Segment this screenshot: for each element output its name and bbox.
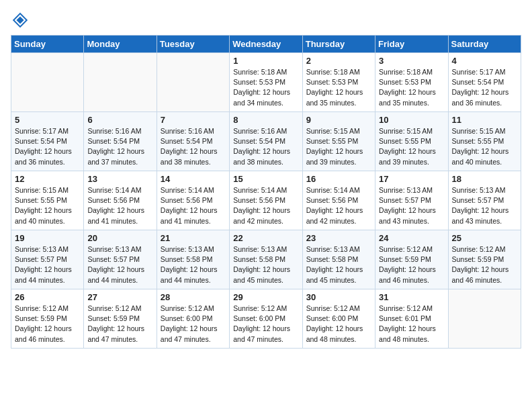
day-number: 5	[15, 115, 80, 125]
calendar-table: SundayMondayTuesdayWednesdayThursdayFrid…	[11, 35, 521, 349]
calendar-cell: 26Sunrise: 5:12 AM Sunset: 5:59 PM Dayli…	[11, 289, 84, 349]
logo	[11, 11, 32, 30]
day-info: Sunrise: 5:12 AM Sunset: 6:00 PM Dayligh…	[233, 304, 298, 345]
day-info: Sunrise: 5:17 AM Sunset: 5:54 PM Dayligh…	[15, 126, 80, 167]
day-info: Sunrise: 5:15 AM Sunset: 5:55 PM Dayligh…	[379, 126, 444, 167]
calendar-week-row: 5Sunrise: 5:17 AM Sunset: 5:54 PM Daylig…	[11, 112, 521, 171]
day-number: 14	[161, 174, 226, 184]
day-number: 24	[379, 233, 444, 243]
day-number: 17	[379, 174, 444, 184]
day-info: Sunrise: 5:13 AM Sunset: 5:57 PM Dayligh…	[87, 244, 152, 285]
day-info: Sunrise: 5:18 AM Sunset: 5:53 PM Dayligh…	[379, 67, 444, 108]
calendar-cell: 3Sunrise: 5:18 AM Sunset: 5:53 PM Daylig…	[375, 53, 448, 112]
day-number: 8	[233, 115, 298, 125]
day-info: Sunrise: 5:12 AM Sunset: 6:00 PM Dayligh…	[161, 304, 226, 345]
day-number: 6	[87, 115, 152, 125]
day-info: Sunrise: 5:17 AM Sunset: 5:54 PM Dayligh…	[452, 67, 517, 108]
calendar-cell: 17Sunrise: 5:13 AM Sunset: 5:57 PM Dayli…	[375, 171, 448, 230]
calendar-cell: 22Sunrise: 5:13 AM Sunset: 5:58 PM Dayli…	[230, 230, 302, 289]
calendar-cell: 14Sunrise: 5:14 AM Sunset: 5:56 PM Dayli…	[157, 171, 229, 230]
calendar-cell: 31Sunrise: 5:12 AM Sunset: 6:01 PM Dayli…	[375, 289, 448, 349]
day-number: 13	[87, 174, 152, 184]
day-info: Sunrise: 5:12 AM Sunset: 5:59 PM Dayligh…	[87, 304, 152, 345]
day-number: 27	[87, 292, 152, 302]
day-info: Sunrise: 5:12 AM Sunset: 5:59 PM Dayligh…	[379, 244, 444, 285]
day-info: Sunrise: 5:12 AM Sunset: 6:00 PM Dayligh…	[306, 304, 371, 345]
calendar-cell	[84, 53, 157, 112]
calendar-week-row: 19Sunrise: 5:13 AM Sunset: 5:57 PM Dayli…	[11, 230, 521, 289]
day-info: Sunrise: 5:18 AM Sunset: 5:53 PM Dayligh…	[233, 67, 298, 108]
day-number: 19	[15, 233, 80, 243]
calendar-week-row: 12Sunrise: 5:15 AM Sunset: 5:55 PM Dayli…	[11, 171, 521, 230]
calendar-cell: 27Sunrise: 5:12 AM Sunset: 5:59 PM Dayli…	[84, 289, 157, 349]
day-info: Sunrise: 5:16 AM Sunset: 5:54 PM Dayligh…	[233, 126, 298, 167]
calendar-cell: 15Sunrise: 5:14 AM Sunset: 5:56 PM Dayli…	[230, 171, 302, 230]
day-number: 1	[233, 56, 298, 66]
calendar-header-row: SundayMondayTuesdayWednesdayThursdayFrid…	[11, 36, 521, 53]
day-number: 10	[379, 115, 444, 125]
calendar-cell: 25Sunrise: 5:12 AM Sunset: 5:59 PM Dayli…	[448, 230, 521, 289]
day-info: Sunrise: 5:13 AM Sunset: 5:58 PM Dayligh…	[306, 244, 371, 285]
calendar-cell: 28Sunrise: 5:12 AM Sunset: 6:00 PM Dayli…	[157, 289, 229, 349]
calendar-cell: 21Sunrise: 5:13 AM Sunset: 5:58 PM Dayli…	[157, 230, 229, 289]
calendar-cell: 13Sunrise: 5:14 AM Sunset: 5:56 PM Dayli…	[84, 171, 157, 230]
day-number: 29	[233, 292, 298, 302]
day-info: Sunrise: 5:18 AM Sunset: 5:53 PM Dayligh…	[306, 67, 371, 108]
day-info: Sunrise: 5:15 AM Sunset: 5:55 PM Dayligh…	[452, 126, 517, 167]
day-number: 12	[15, 174, 80, 184]
day-number: 21	[161, 233, 226, 243]
day-number: 28	[161, 292, 226, 302]
day-number: 20	[87, 233, 152, 243]
calendar-week-row: 26Sunrise: 5:12 AM Sunset: 5:59 PM Dayli…	[11, 289, 521, 349]
calendar-cell: 1Sunrise: 5:18 AM Sunset: 5:53 PM Daylig…	[230, 53, 302, 112]
calendar-cell: 6Sunrise: 5:16 AM Sunset: 5:54 PM Daylig…	[84, 112, 157, 171]
calendar-cell: 8Sunrise: 5:16 AM Sunset: 5:54 PM Daylig…	[230, 112, 302, 171]
day-number: 22	[233, 233, 298, 243]
day-info: Sunrise: 5:13 AM Sunset: 5:58 PM Dayligh…	[233, 244, 298, 285]
day-number: 15	[233, 174, 298, 184]
day-number: 2	[306, 56, 371, 66]
day-number: 26	[15, 292, 80, 302]
calendar-cell: 4Sunrise: 5:17 AM Sunset: 5:54 PM Daylig…	[448, 53, 521, 112]
calendar-cell	[448, 289, 521, 349]
calendar-cell	[11, 53, 84, 112]
calendar-day-header: Wednesday	[230, 36, 302, 53]
calendar-cell: 23Sunrise: 5:13 AM Sunset: 5:58 PM Dayli…	[302, 230, 375, 289]
day-number: 31	[379, 292, 444, 302]
calendar-cell: 19Sunrise: 5:13 AM Sunset: 5:57 PM Dayli…	[11, 230, 84, 289]
day-info: Sunrise: 5:16 AM Sunset: 5:54 PM Dayligh…	[161, 126, 226, 167]
calendar-day-header: Thursday	[302, 36, 375, 53]
calendar-cell: 12Sunrise: 5:15 AM Sunset: 5:55 PM Dayli…	[11, 171, 84, 230]
day-info: Sunrise: 5:13 AM Sunset: 5:57 PM Dayligh…	[379, 185, 444, 226]
page-header	[11, 11, 521, 30]
day-number: 18	[452, 174, 517, 184]
day-info: Sunrise: 5:13 AM Sunset: 5:57 PM Dayligh…	[15, 244, 80, 285]
calendar-cell: 16Sunrise: 5:14 AM Sunset: 5:56 PM Dayli…	[302, 171, 375, 230]
day-info: Sunrise: 5:12 AM Sunset: 6:01 PM Dayligh…	[379, 304, 444, 345]
day-number: 4	[452, 56, 517, 66]
day-info: Sunrise: 5:15 AM Sunset: 5:55 PM Dayligh…	[15, 185, 80, 226]
day-number: 16	[306, 174, 371, 184]
calendar-cell: 29Sunrise: 5:12 AM Sunset: 6:00 PM Dayli…	[230, 289, 302, 349]
day-info: Sunrise: 5:12 AM Sunset: 5:59 PM Dayligh…	[15, 304, 80, 345]
day-number: 7	[161, 115, 226, 125]
day-info: Sunrise: 5:14 AM Sunset: 5:56 PM Dayligh…	[87, 185, 152, 226]
calendar-day-header: Monday	[84, 36, 157, 53]
calendar-day-header: Tuesday	[157, 36, 229, 53]
calendar-cell: 18Sunrise: 5:13 AM Sunset: 5:57 PM Dayli…	[448, 171, 521, 230]
day-info: Sunrise: 5:14 AM Sunset: 5:56 PM Dayligh…	[233, 185, 298, 226]
day-info: Sunrise: 5:13 AM Sunset: 5:58 PM Dayligh…	[161, 244, 226, 285]
calendar-day-header: Saturday	[448, 36, 521, 53]
calendar-cell	[157, 53, 229, 112]
day-number: 23	[306, 233, 371, 243]
calendar-cell: 10Sunrise: 5:15 AM Sunset: 5:55 PM Dayli…	[375, 112, 448, 171]
calendar-cell: 5Sunrise: 5:17 AM Sunset: 5:54 PM Daylig…	[11, 112, 84, 171]
day-info: Sunrise: 5:12 AM Sunset: 5:59 PM Dayligh…	[452, 244, 517, 285]
day-info: Sunrise: 5:14 AM Sunset: 5:56 PM Dayligh…	[161, 185, 226, 226]
day-info: Sunrise: 5:13 AM Sunset: 5:57 PM Dayligh…	[452, 185, 517, 226]
calendar-cell: 11Sunrise: 5:15 AM Sunset: 5:55 PM Dayli…	[448, 112, 521, 171]
calendar-day-header: Sunday	[11, 36, 84, 53]
day-info: Sunrise: 5:16 AM Sunset: 5:54 PM Dayligh…	[87, 126, 152, 167]
day-number: 25	[452, 233, 517, 243]
calendar-week-row: 1Sunrise: 5:18 AM Sunset: 5:53 PM Daylig…	[11, 53, 521, 112]
